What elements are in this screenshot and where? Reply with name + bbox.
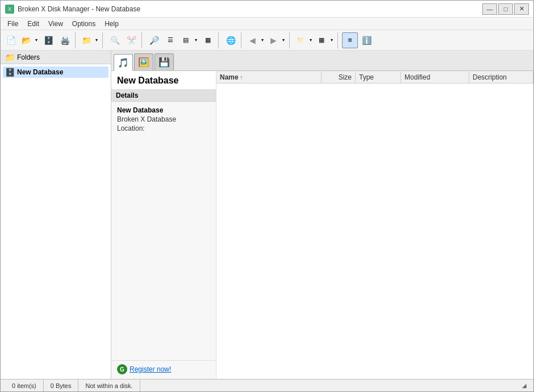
back-button: ◀ [245,32,259,48]
separator-5 [241,32,243,48]
col-header-description[interactable]: Description [469,72,533,83]
view-button-group: ▦ ▾ [315,32,335,48]
back-dropdown: ▾ [259,32,266,48]
status-item-bytes: 0 Bytes [44,380,79,391]
menu-file[interactable]: File [3,19,23,29]
report-button[interactable]: ▤ [179,32,193,48]
forward-button: ▶ [266,32,280,48]
find-button: 🔍 [107,32,123,48]
filter-button[interactable]: 🔎 [146,32,162,48]
catalog-button[interactable]: ▦ [200,32,216,48]
print-button[interactable]: 🖨️ [57,32,73,48]
title-bar-controls: — □ ✕ [482,3,529,15]
details-spacer [111,236,216,361]
column-headers: Name ↑ Size Type Modified Description [216,71,533,84]
separator-7 [337,32,340,48]
col-name-label: Name [220,73,239,81]
folder-header-label: Folders [17,53,40,61]
toolbar: 📄 📂 ▾ 🗄️ 🖨️ 📁 ▾ 🔍 ✂️ 🔎 ☰ ▤ ▾ ▦ 🌐 ◀ ▾ ▶ ▾ [1,30,533,51]
minimize-button[interactable]: — [482,3,497,15]
status-bar: 0 item(s) 0 Bytes Not within a disk. ◢ [1,379,533,391]
forward-button-group: ▶ ▾ [266,32,287,48]
title-bar: X Broken X Disk Manager - New Database —… [1,1,533,18]
internet-button[interactable]: 🌐 [223,32,239,48]
menu-view[interactable]: View [44,19,68,29]
col-header-type[interactable]: Type [356,72,401,83]
sort-arrow-name: ↑ [240,74,243,80]
tab-browse[interactable]: 🖼️ [134,53,153,70]
forward-dropdown: ▾ [280,32,287,48]
report-dropdown[interactable]: ▾ [193,32,199,48]
col-header-name[interactable]: Name ↑ [216,72,322,83]
add-button-group: 📁 ▾ [80,32,100,48]
menu-bar: File Edit View Options Help [1,18,533,30]
tree-item-database[interactable]: 🗄️ New Database [3,66,109,78]
details-header: Details [111,90,216,102]
report-button-group: ▤ ▾ [179,32,199,48]
details-name: New Database [117,106,210,114]
separator-1 [75,32,77,48]
separator-4 [218,32,220,48]
col-size-label: Size [339,73,352,81]
col-header-modified[interactable]: Modified [401,72,469,83]
content-area: New Database Details New Database Broken… [111,71,533,379]
tab-save[interactable]: 💾 [155,53,174,70]
status-item-count: 0 item(s) [5,380,44,391]
left-panel: 📁 Folders 🗄️ New Database [1,51,111,379]
separator-2 [102,32,105,48]
db-title-area: New Database [111,71,216,90]
main-content: 📁 Folders 🗄️ New Database 🎵 🖼️ 💾 [1,51,533,379]
open-button-group: 📂 ▾ [19,32,40,48]
open-dropdown[interactable]: ▾ [33,32,40,48]
close-button[interactable]: ✕ [514,3,529,15]
open-button[interactable]: 📂 [19,32,33,48]
col-header-size[interactable]: Size [322,72,356,83]
status-item-disk: Not within a disk. [78,380,140,391]
app-icon-text: X [8,6,11,12]
add-dropdown[interactable]: ▾ [93,32,100,48]
listview-button[interactable]: ≡ [342,32,358,48]
new-button[interactable]: 📄 [3,32,19,48]
select-button[interactable]: ☰ [162,32,178,48]
separator-6 [289,32,291,48]
tree-item-icon: 🗄️ [5,68,15,77]
tab-browse-icon: 🖼️ [138,57,149,68]
add-button[interactable]: 📁 [80,32,93,48]
maximize-button[interactable]: □ [498,3,513,15]
menu-edit[interactable]: Edit [23,19,44,29]
back-button-group: ◀ ▾ [245,32,266,48]
tab-strip: 🎵 🖼️ 💾 [111,51,533,71]
right-panel: 🎵 🖼️ 💾 New Database Details New Database… [111,51,533,379]
folder-header: 📁 Folders [1,51,111,64]
menu-help[interactable]: Help [100,19,123,29]
details-content: New Database Broken X Database Location: [111,102,216,236]
db-title: New Database [117,76,210,86]
register-link[interactable]: Register now! [130,365,171,373]
up-dropdown: ▾ [307,32,314,48]
view-dropdown[interactable]: ▾ [328,32,335,48]
file-list-content [216,84,533,379]
close-button-tb[interactable]: 🗄️ [40,32,56,48]
separator-3 [141,32,144,48]
file-list-area: Name ↑ Size Type Modified Description [216,71,533,379]
folder-header-icon: 📁 [5,53,15,62]
up-button: 📁 [294,32,307,48]
tab-info-icon: 🎵 [118,57,129,68]
app-icon: X [5,5,14,14]
title-bar-left: X Broken X Disk Manager - New Database [5,5,140,14]
window-title: Broken X Disk Manager - New Database [18,5,140,13]
details-type: Broken X Database [117,115,210,123]
tab-save-icon: 💾 [158,57,170,68]
tree-area: 🗄️ New Database [1,64,111,379]
up-button-group: 📁 ▾ [294,32,314,48]
col-type-label: Type [359,73,374,81]
tree-item-label: New Database [17,68,63,76]
details-location: Location: [117,124,210,132]
register-icon: G [117,364,127,374]
col-desc-label: Description [473,73,507,81]
status-corner: ◢ [520,381,529,390]
view-button[interactable]: ▦ [315,32,328,48]
menu-options[interactable]: Options [68,19,100,29]
tab-info[interactable]: 🎵 [114,54,133,71]
info-button[interactable]: ℹ️ [358,32,374,48]
